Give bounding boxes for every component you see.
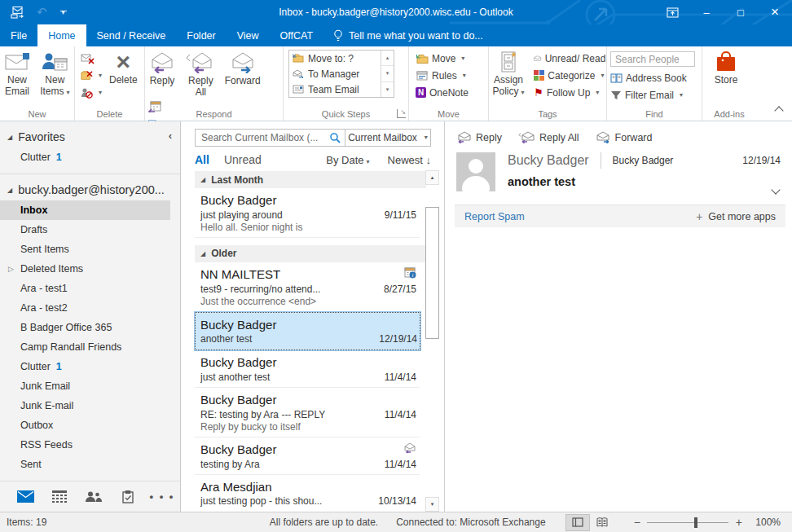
group-header-older[interactable]: ◢Older	[195, 245, 426, 262]
search-people-input[interactable]: Search People	[610, 51, 695, 67]
normal-view-icon[interactable]	[565, 514, 590, 531]
folder-item-drafts[interactable]: Drafts	[0, 220, 170, 240]
undo-icon[interactable]: ↶	[37, 5, 47, 20]
quick-steps-scroll-down[interactable]: ▾	[381, 66, 394, 81]
search-mailbox-input[interactable]: Search Current Mailbox (...	[196, 130, 345, 146]
reply-button[interactable]: Reply	[145, 50, 179, 87]
address-book-button[interactable]: Address Book	[607, 69, 695, 86]
filter-unread[interactable]: Unread	[224, 153, 262, 166]
folder-item-inbox[interactable]: Inbox	[0, 200, 170, 220]
zoom-out-button[interactable]: −	[627, 516, 647, 529]
message-row[interactable]: Bucky Badger RE: testing by Ara --- REPL…	[195, 388, 420, 437]
message-row[interactable]: Bucky Badger just playing around9/11/15 …	[195, 188, 420, 238]
folder-item-junk-e-mail[interactable]: Junk E-mail	[0, 396, 170, 415]
folder-item-junk-email[interactable]: Junk Email	[0, 376, 170, 396]
message-row[interactable]: Bucky Badger just another test11/4/14	[195, 350, 420, 388]
maximize-button[interactable]: □	[724, 0, 758, 24]
quick-steps-more[interactable]: ▾	[381, 82, 394, 97]
tab-send-receive[interactable]: Send / Receive	[86, 24, 177, 46]
send-receive-icon[interactable]	[11, 6, 24, 19]
junk-button[interactable]: ▾	[77, 84, 102, 101]
rules-button[interactable]: Rules▾	[412, 67, 469, 84]
tell-me-box[interactable]: Tell me what you want to do...	[323, 24, 493, 46]
reading-forward-button[interactable]: Forward	[596, 131, 653, 143]
quick-steps-dialog-launcher-icon[interactable]: ↘	[397, 109, 406, 118]
categorize-button[interactable]: Categorize▾	[530, 67, 605, 84]
nav-calendar-icon[interactable]	[42, 482, 77, 512]
favorite-folder-clutter[interactable]: Clutter1	[0, 147, 170, 167]
store-button[interactable]: Store	[702, 50, 750, 86]
ribbon-display-options-icon[interactable]	[655, 0, 689, 24]
ignore-button[interactable]	[77, 50, 102, 67]
reading-reply-button[interactable]: Reply	[456, 131, 502, 143]
nav-people-icon[interactable]	[77, 482, 111, 512]
account-header[interactable]: ◢ bucky.badger@history200...	[0, 179, 180, 200]
delete-button[interactable]: × Delete	[104, 50, 142, 86]
zoom-slider[interactable]	[647, 522, 728, 523]
minimize-folder-pane-icon[interactable]: ‹	[169, 130, 172, 142]
collapse-ribbon-icon[interactable]	[774, 106, 783, 115]
tab-view[interactable]: View	[227, 24, 270, 46]
collapsed-triangle-icon[interactable]: ▷	[8, 259, 14, 279]
zoom-level[interactable]: 100%	[750, 517, 784, 528]
scrollbar-thumb[interactable]	[425, 207, 439, 339]
zoom-in-button[interactable]: +	[728, 516, 750, 529]
sort-direction-toggle[interactable]: Newest ↓	[388, 154, 431, 166]
folder-item-b-badger-office-365[interactable]: B Badger Office 365	[0, 318, 170, 337]
tab-folder[interactable]: Folder	[176, 24, 226, 46]
folder-item-sent[interactable]: Sent	[0, 455, 170, 474]
reply-icon	[147, 51, 177, 73]
folder-item-rss-feeds[interactable]: RSS Feeds	[0, 435, 170, 455]
delete-x-icon: ×	[117, 51, 131, 73]
new-email-button[interactable]: New Email	[0, 50, 34, 98]
new-items-button[interactable]: New Items▾	[37, 50, 73, 98]
get-more-apps-link[interactable]: + Get more apps	[696, 210, 776, 223]
filter-all[interactable]: All	[195, 153, 209, 166]
folder-item-ara-test2[interactable]: Ara - test2	[0, 298, 170, 318]
team-email-icon	[293, 85, 304, 94]
filter-email-button[interactable]: Filter Email▾	[607, 86, 695, 103]
minimize-button[interactable]: –	[689, 0, 724, 24]
nav-tasks-icon[interactable]	[111, 482, 145, 512]
quick-step-move-to[interactable]: Move to: ?	[289, 51, 381, 66]
tab-home[interactable]: Home	[37, 24, 86, 46]
unread-read-button[interactable]: Unread/ Read	[530, 50, 605, 67]
message-row[interactable]: Bucky Badger testing by Ara11/4/14	[195, 437, 420, 475]
message-row[interactable]: Ara Mesdjian just testing pop - this sho…	[195, 475, 420, 512]
favorites-header[interactable]: ◢ Favorites	[0, 126, 180, 147]
scroll-up-arrow[interactable]: ▴	[425, 170, 439, 185]
clean-up-button[interactable]: ▾	[77, 67, 102, 84]
folder-item-sent-items[interactable]: Sent Items	[0, 240, 170, 259]
reply-all-button[interactable]: Reply All	[182, 50, 219, 99]
follow-up-button[interactable]: ⚑ Follow Up▾	[530, 84, 605, 101]
report-spam-link[interactable]: Report Spam	[464, 211, 525, 222]
group-header-last-month[interactable]: ◢Last Month	[195, 171, 426, 188]
sort-by-dropdown[interactable]: By Date▾	[326, 154, 369, 166]
quick-step-to-manager[interactable]: To Manager	[289, 66, 381, 81]
message-row[interactable]: NN MAILTEST test9 - recurring/no attend.…	[195, 262, 420, 312]
customize-quick-access-icon[interactable]: ▾	[60, 11, 67, 14]
folder-item-outbox[interactable]: Outbox	[0, 415, 170, 435]
reading-view-icon[interactable]	[590, 514, 614, 531]
scroll-down-arrow[interactable]: ▾	[425, 497, 439, 512]
nav-more-icon[interactable]: • • •	[145, 482, 179, 512]
onenote-button[interactable]: N OneNote	[412, 84, 469, 101]
message-row-selected[interactable]: Bucky Badger another test12/19/14	[195, 312, 420, 351]
folder-item-ara-test1[interactable]: Ara - test1	[0, 279, 170, 298]
nav-mail-icon[interactable]	[8, 482, 42, 512]
new-email-icon	[3, 51, 31, 73]
folder-item-camp-randall-friends[interactable]: Camp Randall Friends	[0, 337, 170, 357]
quick-step-team-email[interactable]: Team Email	[289, 81, 381, 97]
forward-button[interactable]: Forward	[222, 50, 263, 87]
tab-offcat[interactable]: OffCAT	[270, 24, 324, 46]
tab-file[interactable]: File	[0, 24, 37, 46]
move-button[interactable]: Move▾	[412, 50, 469, 67]
reading-reply-all-button[interactable]: Reply All	[518, 131, 579, 143]
search-scope-dropdown[interactable]: Current Mailbox▾	[345, 130, 430, 146]
zoom-slider-handle[interactable]	[694, 517, 697, 528]
quick-steps-scroll-up[interactable]: ▴	[381, 51, 394, 66]
folder-item-clutter[interactable]: Clutter1	[0, 357, 170, 376]
close-button[interactable]: ×	[758, 0, 792, 24]
assign-policy-button[interactable]: Assign Policy▾	[489, 50, 528, 98]
folder-item-deleted-items[interactable]: ▷ Deleted Items	[0, 259, 170, 279]
